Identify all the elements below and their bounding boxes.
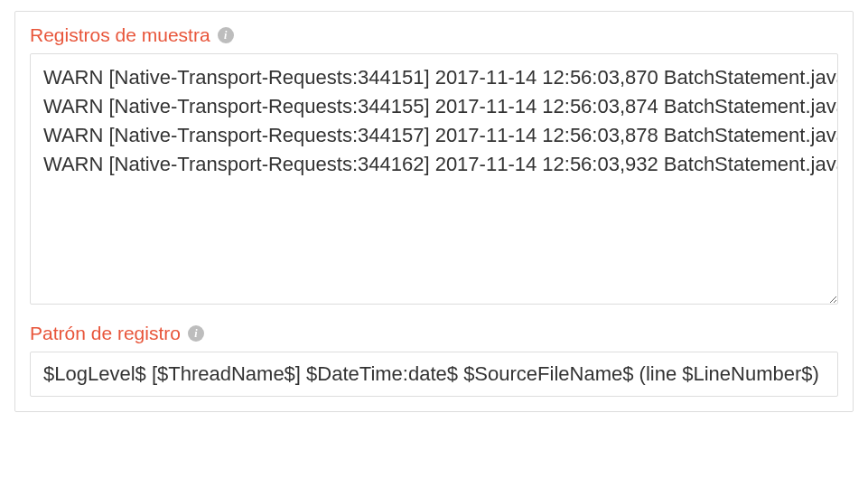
log-pattern-label-row: Patrón de registro i	[30, 323, 838, 344]
sample-logs-label-row: Registros de muestra i	[30, 24, 838, 46]
log-config-panel: Registros de muestra i Patrón de registr…	[14, 11, 854, 412]
info-icon[interactable]: i	[188, 325, 204, 342]
sample-logs-label: Registros de muestra	[30, 24, 210, 46]
log-pattern-label: Patrón de registro	[30, 323, 181, 344]
log-pattern-input[interactable]	[30, 352, 838, 397]
info-icon[interactable]: i	[218, 27, 234, 43]
sample-logs-textarea[interactable]	[30, 53, 838, 305]
